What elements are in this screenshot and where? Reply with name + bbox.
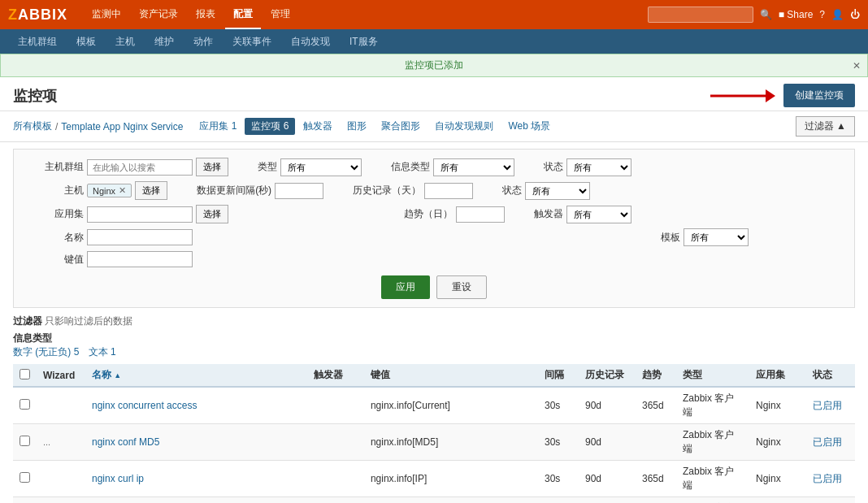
nav-hosts[interactable]: 主机 [106, 31, 145, 53]
status-link[interactable]: 已启用 [813, 400, 842, 411]
filter-trend-input[interactable] [456, 206, 505, 223]
row-appset: Nginx [749, 497, 806, 504]
nav-related-events[interactable]: 关联事件 [223, 31, 281, 53]
tab-web-scenarios[interactable]: Web 场景 [501, 118, 557, 135]
type-text-link[interactable]: 文本 1 [89, 346, 116, 358]
filter-key-input[interactable] [87, 251, 193, 267]
tab-triggers[interactable]: 触发器 [297, 118, 339, 135]
filter-name-input[interactable] [87, 229, 193, 245]
tab-items[interactable]: 监控项 6 [245, 118, 295, 135]
filter-triggers-select[interactable]: 所有 [566, 206, 631, 223]
filter-history-input[interactable] [424, 183, 473, 199]
row-triggers [307, 424, 364, 461]
user-icon[interactable]: 👤 [831, 9, 844, 20]
row-name: nginx curl ip [85, 461, 307, 497]
page-header: 监控项 创建监控项 [0, 77, 868, 111]
filter-appset-input[interactable] [87, 206, 193, 223]
type-summary: 信息类型 数字 (无正负) 5 文本 1 [13, 332, 855, 359]
top-nav: ZABBIX 监测中 资产记录 报表 配置 管理 🔍 ■ Share ? 👤 ⏻ [0, 0, 868, 29]
tab-aggregate[interactable]: 聚合图形 [375, 118, 427, 135]
select-all-checkbox[interactable] [20, 369, 30, 379]
nav-config[interactable]: 配置 [225, 1, 261, 29]
row-type: Zabbix 客户端 [676, 387, 749, 424]
col-appset: 应用集 [749, 364, 806, 387]
type-numeric-link[interactable]: 数字 (无正负) 5 [13, 346, 79, 358]
help-icon[interactable]: ? [819, 9, 825, 20]
nav-it-services[interactable]: IT服务 [340, 31, 388, 53]
tab-all-templates[interactable]: 所有模板 [13, 119, 52, 133]
filter-label-name: 名称 [27, 231, 84, 245]
filter-appset-select[interactable]: 选择 [196, 205, 228, 223]
filter-status1-select[interactable]: 所有 [566, 158, 631, 176]
row-checkbox[interactable] [20, 472, 30, 483]
row-triggers [307, 497, 364, 504]
red-arrow-icon [710, 86, 775, 106]
row-trend: 365d [636, 387, 676, 424]
top-nav-links: 监测中 资产记录 报表 配置 管理 [84, 1, 648, 29]
row-status: 已启用 [806, 424, 855, 461]
filter-toggle-button[interactable]: 过滤器 ▲ [796, 116, 855, 137]
tab-template-nginx[interactable]: Template App Nginx Service [61, 121, 183, 132]
host-tag-remove[interactable]: ✕ [119, 185, 126, 196]
notification-close[interactable]: ✕ [853, 60, 861, 72]
type-summary-label: 信息类型 [13, 332, 52, 344]
filter-info-label: 过滤器 [13, 315, 42, 327]
row-checkbox[interactable] [20, 436, 30, 446]
nav-templates[interactable]: 模板 [67, 31, 106, 53]
top-nav-right: 🔍 ■ Share ? 👤 ⏻ [648, 7, 860, 23]
row-status: 已启用 [806, 387, 855, 424]
status-link[interactable]: 已启用 [813, 473, 842, 484]
row-type: Zabbix 客户端 [676, 424, 749, 461]
filter-label-status1: 状态 [544, 160, 563, 174]
table-row: nginx concurrent access nginx.info[Curre… [13, 387, 855, 424]
nav-actions[interactable]: 动作 [184, 31, 223, 53]
nav-monitor[interactable]: 监测中 [84, 1, 129, 29]
item-name-link[interactable]: nginx concurrent access [92, 400, 197, 411]
status-link[interactable]: 已启用 [813, 436, 842, 448]
tab-appset[interactable]: 应用集 1 [193, 118, 243, 135]
row-name: nginx concurrent access [85, 387, 307, 424]
col-wizard: Wizard [37, 364, 85, 387]
logo[interactable]: ZABBIX [8, 7, 67, 24]
nav-host-groups[interactable]: 主机群组 [8, 31, 67, 53]
filter-status2-select[interactable]: 所有 [525, 182, 590, 200]
tab-autodiscover[interactable]: 自动发现规则 [428, 118, 500, 135]
row-status: 已启用 [806, 461, 855, 497]
filter-infotype-select[interactable]: 所有 [433, 158, 514, 176]
filter-hostgroup-input[interactable] [87, 159, 193, 176]
filter-hostgroup-select[interactable]: 选择 [196, 158, 228, 176]
nav-maintenance[interactable]: 维护 [145, 31, 184, 53]
nav-auto-discover[interactable]: 自动发现 [281, 31, 340, 53]
filter-apply-button[interactable]: 应用 [381, 275, 430, 299]
table-row: nginx curl ip nginx.info[IP] 30s 90d 365… [13, 461, 855, 497]
row-checkbox[interactable] [20, 399, 30, 410]
col-checkbox [13, 364, 37, 387]
filter-label-status2: 状态 [502, 184, 522, 197]
row-history: 90d [579, 497, 636, 504]
row-appset: Nginx [749, 387, 806, 424]
filter-reset-button[interactable]: 重设 [436, 275, 487, 299]
share-button[interactable]: ■ Share [779, 9, 814, 20]
col-name[interactable]: 名称 ▲ [85, 364, 307, 387]
row-interval: 30s [538, 387, 579, 424]
tab-graphs[interactable]: 图形 [341, 118, 373, 135]
nav-admin[interactable]: 管理 [263, 1, 298, 29]
filter-type-select[interactable]: 所有 [280, 158, 362, 176]
item-name-link[interactable]: nginx curl ip [92, 473, 144, 484]
filter-info-note: 只影响过滤后的数据 [45, 315, 132, 327]
col-history: 历史记录 [579, 364, 636, 387]
power-icon[interactable]: ⏻ [850, 9, 860, 20]
search-input[interactable] [648, 7, 753, 23]
search-icon[interactable]: 🔍 [760, 9, 772, 20]
filter-host-select[interactable]: 选择 [135, 181, 167, 200]
nav-assets[interactable]: 资产记录 [131, 1, 186, 29]
nav-reports[interactable]: 报表 [188, 1, 224, 29]
item-name-link[interactable]: nginx conf MD5 [92, 436, 159, 448]
svg-marker-1 [766, 89, 775, 102]
create-item-button[interactable]: 创建监控项 [783, 84, 855, 107]
filter-interval-input[interactable] [275, 183, 323, 199]
row-interval: 30s [538, 424, 579, 461]
row-type: Zabbix 客户端 [676, 497, 749, 504]
main-content: 主机群组 选择 类型 所有 信息类型 所有 状态 所有 [0, 142, 868, 503]
filter-template-select[interactable]: 所有 [684, 228, 749, 246]
